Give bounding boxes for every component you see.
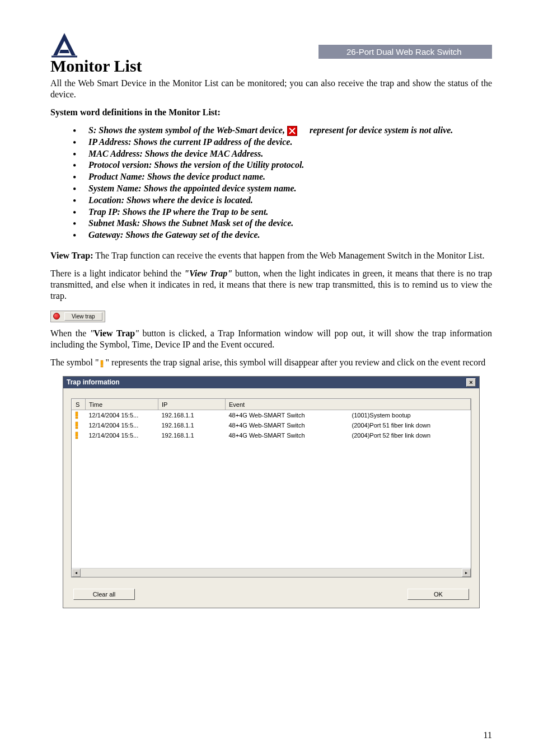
x-icon	[287, 126, 297, 136]
page-header: 26-Port Dual Web Rack Switch	[50, 31, 492, 59]
bullet-location: Location: Shows where the device is loca…	[73, 195, 492, 206]
trap-table: S Time IP Event 12/14/2004 15:5... 192.1…	[72, 399, 471, 440]
when-bold: View Trap	[93, 328, 135, 338]
bullet-mac: MAC Address: Shows the device MAC Addres…	[73, 148, 492, 160]
bullet-proto: Protocol version: Shows the version of t…	[73, 159, 492, 171]
bullet-s-post: represent for device system is not alive…	[310, 125, 453, 135]
window-button-row: Clear all OK	[71, 589, 471, 600]
bullet-sysname: System Name: Shows the appointed device …	[73, 183, 492, 195]
cell-time: 12/14/2004 15:5...	[86, 430, 158, 440]
scroll-right-icon[interactable]: ▸	[462, 569, 471, 577]
exclamation-icon	[99, 359, 106, 367]
logo-icon	[50, 31, 78, 59]
window-titlebar: Trap information ×	[63, 377, 479, 388]
window-title: Trap information	[67, 378, 120, 386]
table-row[interactable]: 12/14/2004 15:5... 192.168.1.1 48+4G Web…	[72, 430, 471, 440]
product-banner: 26-Port Dual Web Rack Switch	[318, 45, 492, 59]
viewtrap-lead: View Trap:	[50, 251, 93, 260]
bullet-trapip: Trap IP: Shows the IP where the Trap to …	[73, 206, 492, 218]
light-indicator-paragraph: There is a light indicator behind the "V…	[50, 268, 492, 302]
cell-event1: 48+4G Web-SMART Switch	[226, 420, 349, 430]
trap-information-window: Trap information × S Time IP Event	[63, 376, 480, 608]
cell-event1: 48+4G Web-SMART Switch	[226, 410, 349, 420]
bullet-product: Product Name: Shows the device product n…	[73, 171, 492, 183]
viewtrap-click-paragraph: When the "View Trap" button is clicked, …	[50, 328, 492, 350]
viewtrap-button-screenshot: View trap	[50, 311, 105, 322]
col-event[interactable]: Event	[226, 399, 471, 410]
cell-event2: (1001)System bootup	[349, 410, 471, 420]
light-pre: There is a light indicator behind the	[50, 269, 184, 278]
bullet-s-pre: S: Shows the system symbol of the Web-Sm…	[88, 125, 285, 135]
when-pre: When the	[50, 328, 90, 338]
bullet-ip: IP Address: Shows the current IP address…	[73, 137, 492, 148]
symbol-pre: The symbol "	[50, 358, 99, 367]
page-title: Monitor List	[50, 57, 492, 76]
viewtrap-mini-button: View trap	[64, 312, 102, 321]
col-s[interactable]: S	[72, 399, 86, 410]
logo-block	[50, 31, 81, 59]
bullet-gateway: Gateway: Shows the Gateway set of the de…	[73, 229, 492, 241]
svg-rect-7	[76, 432, 78, 436]
bullet-subnet: Subnet Mask: Shows the Subnet Mask set o…	[73, 218, 492, 229]
cell-event2: (2004)Port 51 fiber link down	[349, 420, 471, 430]
svg-rect-8	[76, 437, 78, 439]
window-body: S Time IP Event 12/14/2004 15:5... 192.1…	[63, 388, 479, 608]
close-button[interactable]: ×	[466, 378, 476, 387]
svg-rect-3	[76, 412, 78, 416]
col-time[interactable]: Time	[86, 399, 158, 410]
cell-ip: 192.168.1.1	[158, 430, 226, 440]
ok-button[interactable]: OK	[407, 589, 469, 600]
svg-rect-6	[76, 427, 78, 429]
page-number: 11	[484, 730, 492, 740]
viewtrap-rest: The Trap function can receive the events…	[93, 251, 485, 260]
symbol-post: " represents the trap signal arise, this…	[106, 358, 486, 367]
horizontal-scrollbar[interactable]: ◂ ▸	[72, 568, 471, 577]
svg-rect-2	[101, 365, 103, 367]
light-quoted: "View Trap"	[184, 269, 232, 278]
scroll-left-icon[interactable]: ◂	[72, 569, 81, 577]
table-header-row: S Time IP Event	[72, 399, 471, 410]
exclamation-icon	[74, 421, 81, 429]
symbol-paragraph: The symbol "" represents the trap signal…	[50, 357, 492, 368]
svg-rect-1	[101, 360, 103, 365]
cell-time: 12/14/2004 15:5...	[86, 420, 158, 430]
svg-rect-4	[76, 417, 78, 419]
exclamation-icon	[74, 431, 81, 439]
cell-ip: 192.168.1.1	[158, 410, 226, 420]
exclamation-icon	[74, 411, 81, 419]
cell-ip: 192.168.1.1	[158, 420, 226, 430]
viewtrap-paragraph: View Trap: The Trap function can receive…	[50, 250, 492, 261]
table-row[interactable]: 12/14/2004 15:5... 192.168.1.1 48+4G Web…	[72, 420, 471, 430]
intro-paragraph: All the Web Smart Device in the Monitor …	[50, 78, 492, 100]
table-row[interactable]: 12/14/2004 15:5... 192.168.1.1 48+4G Web…	[72, 410, 471, 420]
col-ip[interactable]: IP	[158, 399, 226, 410]
definitions-list: S: Shows the system symbol of the Web-Sm…	[73, 125, 492, 241]
definitions-heading: System word definitions in the Monitor L…	[50, 107, 492, 118]
cell-time: 12/14/2004 15:5...	[86, 410, 158, 420]
svg-rect-5	[76, 422, 78, 426]
cell-event2: (2004)Port 52 fiber link down	[349, 430, 471, 440]
red-indicator-icon	[53, 313, 60, 320]
clear-all-button[interactable]: Clear all	[73, 589, 135, 600]
trap-table-container: S Time IP Event 12/14/2004 15:5... 192.1…	[71, 398, 471, 577]
bullet-s: S: Shows the system symbol of the Web-Sm…	[73, 125, 492, 137]
cell-event1: 48+4G Web-SMART Switch	[226, 430, 349, 440]
